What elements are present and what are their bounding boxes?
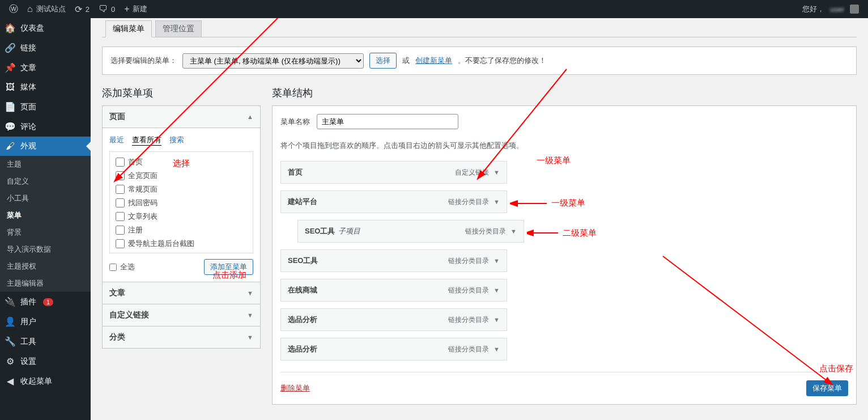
chevron-down-icon: ▼ bbox=[493, 287, 500, 294]
annotation-level1-a: 一级菜单 bbox=[537, 155, 571, 166]
filter-tab[interactable]: 查看所有 bbox=[132, 135, 161, 146]
filter-tab[interactable]: 搜索 bbox=[169, 135, 184, 146]
annotation-select: 选择 bbox=[173, 158, 190, 169]
select-button[interactable]: 选择 bbox=[369, 53, 397, 69]
menu-name-input[interactable] bbox=[317, 114, 458, 129]
submenu-item[interactable]: 导入演示数据 bbox=[0, 241, 91, 258]
page-checkbox-item[interactable]: 找回密码 bbox=[116, 196, 247, 210]
sidebar-item-4[interactable]: 📄页面 bbox=[0, 97, 91, 117]
menu-item-handle[interactable]: 首页自定义链接▼ bbox=[280, 161, 507, 184]
accordion-custom-links[interactable]: 自定义链接▼ bbox=[102, 304, 261, 326]
sidebar-item-9[interactable]: 🔧工具 bbox=[0, 332, 91, 351]
sidebar-item-7[interactable]: 🔌插件1 bbox=[0, 292, 91, 312]
filter-tabs: 最近查看所有搜索 bbox=[109, 135, 253, 146]
refresh-icon: ⟳ bbox=[75, 4, 82, 15]
menu-icon: 📄 bbox=[5, 101, 16, 112]
menu-label: 文章 bbox=[20, 63, 36, 73]
menu-icon: 🏠 bbox=[5, 23, 16, 33]
submenu-item[interactable]: 菜单 bbox=[0, 207, 91, 224]
tab-edit-menu[interactable]: 编辑菜单 bbox=[105, 20, 152, 37]
reminder-text: 。不要忘了保存您的修改！ bbox=[458, 56, 546, 66]
menu-icon: 💬 bbox=[5, 121, 16, 132]
page-checkbox-item[interactable]: 注册 bbox=[116, 223, 247, 237]
main-content: 编辑菜单 管理位置 选择要编辑的菜单： 主菜单 (主菜单, 移动端菜单 (仅在移… bbox=[91, 18, 868, 420]
menu-item-handle[interactable]: 在线商城链接分类目录▼ bbox=[280, 279, 507, 302]
menu-label: 设置 bbox=[20, 357, 36, 367]
sidebar-item-3[interactable]: 🖼媒体 bbox=[0, 78, 91, 97]
menu-icon: 📌 bbox=[5, 62, 16, 73]
page-checkbox-item[interactable]: 全宽页面 bbox=[116, 169, 247, 183]
plus-icon: + bbox=[124, 4, 129, 14]
page-checkbox-item[interactable]: 爱导航主题后台截图 bbox=[116, 237, 247, 251]
annotation-click-add: 点击添加 bbox=[212, 270, 246, 281]
sidebar-item-8[interactable]: 👤用户 bbox=[0, 312, 91, 332]
home-icon: ⌂ bbox=[27, 4, 33, 14]
filter-tab[interactable]: 最近 bbox=[109, 135, 124, 146]
menu-item-handle[interactable]: SEO工具链接分类目录▼ bbox=[280, 249, 507, 272]
menu-label: 用户 bbox=[20, 317, 36, 327]
menu-label: 收起菜单 bbox=[20, 376, 52, 387]
chevron-down-icon: ▼ bbox=[247, 334, 253, 341]
sidebar-item-5[interactable]: 💬评论 bbox=[0, 117, 91, 137]
menu-icon: 🔧 bbox=[5, 336, 16, 347]
comments-link[interactable]: 🗨0 bbox=[94, 0, 120, 18]
submenu-item[interactable]: 主题 bbox=[0, 156, 91, 173]
submenu-item[interactable]: 主题授权 bbox=[0, 258, 91, 275]
updates-link[interactable]: ⟳2 bbox=[70, 0, 94, 18]
accordion-pages-header[interactable]: 页面 ▲ bbox=[103, 106, 260, 128]
page-checkbox-item[interactable]: 常规页面 bbox=[116, 183, 247, 196]
menu-item-handle[interactable]: 选品分析链接分类目录▼ bbox=[280, 338, 507, 360]
accordion-posts[interactable]: 文章▼ bbox=[102, 282, 261, 304]
chevron-down-icon: ▼ bbox=[493, 316, 500, 323]
accordion-pages: 页面 ▲ 最近查看所有搜索 首页全宽页面常规页面找回密码文章列表注册爱导航主题后… bbox=[102, 105, 261, 282]
save-menu-button[interactable]: 保存菜单 bbox=[806, 380, 848, 396]
annotation-click-save: 点击保存 bbox=[819, 363, 853, 374]
site-link[interactable]: ⌂测试站点 bbox=[23, 0, 70, 18]
menu-item-handle[interactable]: SEO工具子项目链接分类目录▼ bbox=[297, 220, 524, 243]
menu-icon: 👤 bbox=[5, 316, 16, 327]
chevron-down-icon: ▼ bbox=[493, 346, 500, 353]
menu-select[interactable]: 主菜单 (主菜单, 移动端菜单 (仅在移动端显示)) bbox=[182, 53, 364, 69]
menu-icon: 🔗 bbox=[5, 43, 16, 53]
sidebar-item-0[interactable]: 🏠仪表盘 bbox=[0, 18, 91, 38]
select-all-checkbox[interactable]: 全选 bbox=[109, 262, 135, 272]
menu-label: 评论 bbox=[20, 122, 36, 132]
sidebar-item-11[interactable]: ◀收起菜单 bbox=[0, 371, 91, 391]
account-link[interactable]: 您好，user bbox=[798, 0, 863, 18]
chevron-down-icon: ▼ bbox=[510, 228, 517, 235]
menu-icon: ◀ bbox=[5, 376, 16, 387]
sidebar-item-2[interactable]: 📌文章 bbox=[0, 58, 91, 78]
sidebar-item-6[interactable]: 🖌外观 bbox=[0, 137, 91, 156]
delete-menu-link[interactable]: 删除菜单 bbox=[280, 383, 310, 393]
menu-item-handle[interactable]: 建站平台链接分类目录▼ bbox=[280, 190, 507, 213]
menu-icon: 🔌 bbox=[5, 296, 16, 307]
notification-badge: 1 bbox=[43, 298, 53, 306]
sidebar-item-10[interactable]: ⚙设置 bbox=[0, 351, 91, 371]
annotation-level2: 二级菜单 bbox=[563, 228, 597, 239]
create-menu-link[interactable]: 创建新菜单 bbox=[415, 56, 452, 66]
menu-selector-row: 选择要编辑的菜单： 主菜单 (主菜单, 移动端菜单 (仅在移动端显示)) 选择 … bbox=[102, 46, 857, 75]
menu-label: 页面 bbox=[20, 102, 36, 112]
new-link[interactable]: +新建 bbox=[120, 0, 152, 18]
wp-logo[interactable]: ⓦ bbox=[5, 0, 23, 18]
menu-label: 仪表盘 bbox=[20, 23, 44, 33]
menu-item-handle[interactable]: 选品分析链接分类目录▼ bbox=[280, 308, 507, 331]
submenu-item[interactable]: 小工具 bbox=[0, 190, 91, 207]
submenu-item[interactable]: 主题编辑器 bbox=[0, 275, 91, 292]
sidebar-item-1[interactable]: 🔗链接 bbox=[0, 38, 91, 58]
admin-sidebar: 🏠仪表盘🔗链接📌文章🖼媒体📄页面💬评论🖌外观主题自定义小工具菜单背景导入演示数据… bbox=[0, 18, 91, 420]
menu-label: 工具 bbox=[20, 337, 36, 347]
nav-tabs: 编辑菜单 管理位置 bbox=[102, 20, 857, 37]
drag-hint: 将个个项目拖到您喜欢的顺序。点击项目右边的箭头可显示其他配置选项。 bbox=[280, 141, 848, 151]
tab-manage-locations[interactable]: 管理位置 bbox=[155, 20, 202, 37]
chevron-down-icon: ▼ bbox=[247, 312, 253, 319]
accordion-categories[interactable]: 分类▼ bbox=[102, 326, 261, 349]
chevron-down-icon: ▼ bbox=[247, 290, 253, 296]
chevron-up-icon: ▲ bbox=[247, 113, 253, 120]
menu-label: 链接 bbox=[20, 43, 36, 53]
page-checkbox-item[interactable]: 登录 bbox=[116, 251, 247, 253]
submenu-item[interactable]: 自定义 bbox=[0, 173, 91, 190]
menu-structure-heading: 菜单结构 bbox=[272, 86, 857, 100]
page-checkbox-item[interactable]: 文章列表 bbox=[116, 210, 247, 223]
submenu-item[interactable]: 背景 bbox=[0, 224, 91, 241]
